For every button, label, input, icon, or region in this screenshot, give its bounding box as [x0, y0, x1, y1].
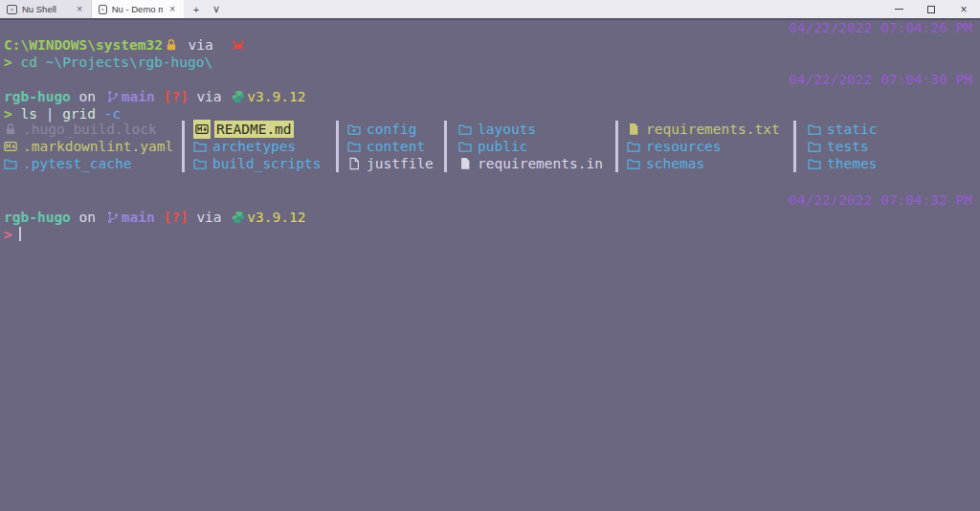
directory-name: rgb-hugo [4, 89, 71, 104]
folder-icon [4, 157, 17, 170]
timestamp: 04/22/2022 07:04:32 PM [789, 191, 972, 209]
tab-nu-demo-mode[interactable]: > Nu - Demo mode × [92, 0, 184, 18]
terminal-screen[interactable]: 04/22/2022 07:04:26 PM C:\WINDOWS\system… [0, 18, 980, 511]
file-filled-icon [458, 157, 472, 170]
folder-name: themes [827, 155, 877, 172]
prompt-line-system: C:\WINDOWS\system32 via [4, 36, 247, 54]
via-label: via [196, 210, 221, 225]
close-tab-icon[interactable]: × [167, 4, 177, 14]
grid-column: .hugo_build.lock .markdownlint.yaml .pyt… [4, 121, 182, 172]
folder-icon [808, 140, 821, 153]
file-filled-icon [627, 122, 640, 136]
python-version: v3.9.12 [247, 210, 305, 225]
list-item: layouts [458, 121, 615, 138]
crab-icon [232, 38, 245, 52]
folder-icon [458, 122, 472, 136]
command-argument: ~\Projects\rgb-hugo\ [46, 55, 213, 70]
folder-icon [808, 122, 821, 136]
git-branch-icon [106, 90, 120, 103]
folder-icon [193, 140, 207, 153]
list-item: justfile [347, 155, 444, 172]
list-item: requirements.txt [627, 121, 793, 138]
command: cd [20, 55, 36, 70]
lock-icon [4, 122, 17, 136]
folder-name: archetypes [212, 138, 296, 155]
timestamp: 04/22/2022 07:04:30 PM [789, 71, 972, 88]
current-path: C:\WINDOWS\system32 [4, 37, 163, 53]
prompt-caret: > [4, 55, 12, 70]
folder-name: build_scripts [212, 155, 322, 172]
list-item: themes [808, 155, 974, 172]
git-branch-name: main [122, 89, 155, 104]
list-item: tests [808, 138, 974, 155]
command-flag: -c [104, 106, 121, 122]
list-item: requirements.in [458, 155, 615, 172]
prompt-line-git: rgb-hugo on main [?] via v3.9.12 [4, 88, 305, 105]
folder-icon [347, 140, 361, 153]
markdown-file-icon [193, 120, 211, 139]
grid-column: config content justfile [339, 121, 444, 172]
list-item: archetypes [193, 138, 336, 155]
text-cursor [19, 227, 21, 241]
prompt-caret: > [4, 106, 12, 122]
list-item: content [347, 138, 444, 155]
titlebar: > Nu Shell × > Nu - Demo mode × + ∨ × [0, 0, 980, 18]
folder-name: .pytest_cache [23, 155, 132, 172]
tab-dropdown-button[interactable]: ∨ [209, 0, 224, 18]
list-item: schemas [627, 155, 793, 172]
prompt-caret: > [4, 227, 12, 242]
file-name: .hugo_build.lock [23, 121, 157, 138]
on-label: on [79, 89, 96, 104]
folder-icon [627, 140, 640, 153]
markdown-file-icon [4, 140, 17, 153]
grid-column: requirements.txt resources schemas [618, 121, 793, 172]
list-item: config [347, 121, 444, 138]
file-name: requirements.in [478, 155, 603, 172]
via-label: via [189, 37, 213, 53]
via-label: via [196, 89, 221, 104]
maximize-button[interactable] [915, 0, 947, 18]
active-prompt-line[interactable]: > [4, 226, 21, 243]
file-name: requirements.txt [646, 121, 780, 138]
folder-name: layouts [478, 121, 536, 138]
folder-name: schemas [646, 155, 704, 172]
on-label: on [79, 210, 96, 225]
close-button[interactable]: × [947, 0, 980, 18]
git-branch-icon [106, 211, 120, 224]
git-status: [?] [163, 89, 188, 104]
file-name: justfile [367, 155, 434, 172]
grid-column: README.md archetypes build_scripts [185, 121, 336, 172]
ls-grid-output: .hugo_build.lock .markdownlint.yaml .pyt… [4, 121, 974, 172]
folder-name: tests [827, 138, 869, 155]
file-name: README.md [214, 121, 294, 138]
folder-name: static [827, 121, 877, 138]
list-item: .markdownlint.yaml [4, 138, 182, 155]
new-tab-button[interactable]: + [189, 0, 204, 18]
python-icon [232, 90, 245, 103]
command-line-cd: > cd ~\Projects\rgb-hugo\ [4, 54, 212, 71]
folder-name: public [478, 138, 527, 155]
tab-nu-shell[interactable]: > Nu Shell × [0, 0, 92, 18]
grid-column: static tests themes [796, 121, 974, 172]
minimize-icon [895, 9, 903, 10]
list-item: .pytest_cache [4, 155, 182, 172]
close-tab-icon[interactable]: × [75, 4, 84, 14]
lock-icon [165, 38, 178, 52]
minimize-button[interactable] [882, 0, 915, 18]
grid-column: layouts public requirements.in [447, 121, 615, 172]
folder-name: resources [646, 138, 722, 155]
folder-icon [458, 140, 472, 153]
file-name: .markdownlint.yaml [23, 138, 173, 155]
python-icon [232, 211, 245, 224]
folder-icon [808, 157, 821, 170]
window-controls: × [882, 0, 980, 18]
timestamp: 04/22/2022 07:04:26 PM [789, 19, 972, 36]
list-item: resources [627, 138, 793, 155]
terminal-icon: > [99, 5, 107, 14]
command: ls [20, 106, 36, 122]
config-folder-icon [347, 122, 361, 136]
list-item-selected: README.md [193, 121, 336, 138]
list-item: .hugo_build.lock [4, 121, 182, 138]
command: grid [62, 106, 96, 122]
tab-label: Nu Shell [22, 4, 70, 14]
